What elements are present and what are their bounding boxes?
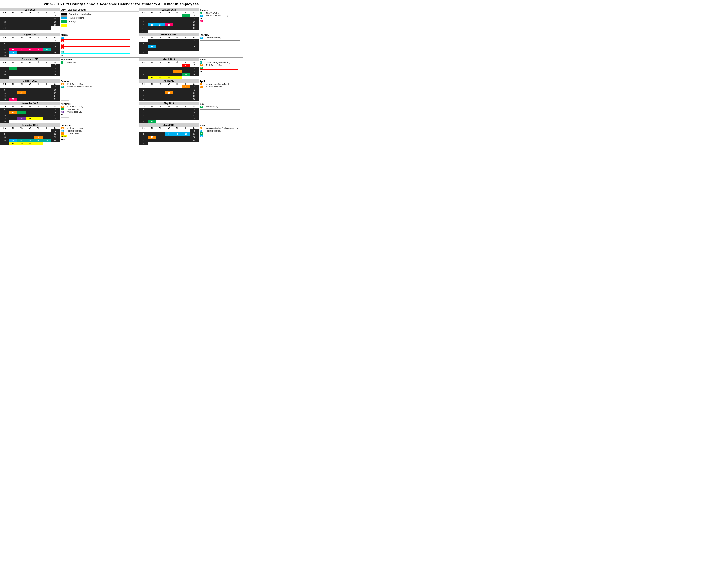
september-event-title: September [61, 58, 138, 61]
august-2015-calendar: August 2015 SuMTuWThFSa 1 28 915 1617181… [0, 33, 60, 58]
march-events: March 4 System Designated Workday 17 Ear… [199, 58, 243, 79]
jun-event-2: Teacher Workday [206, 130, 242, 132]
november-2015-header: November 2015 [0, 102, 60, 105]
legend-july-label: July [61, 9, 66, 11]
november-events: November 10 Early Release Day 11 Veteran… [60, 102, 139, 123]
page-title: 2015-2016 Pitt County Schools Academic C… [0, 0, 243, 8]
june-events: June 8 Last Day of School/Early Release … [199, 123, 243, 145]
march-event-2: Early Release Day [206, 64, 242, 66]
april-events: April 1 Annual Leave/Spring Break 14 Ear… [199, 79, 243, 102]
legend-items: First and last days of school Teacher Wo… [60, 12, 139, 31]
october-2015-header: October 2015 [0, 79, 60, 83]
december-event-title: December [61, 124, 138, 127]
october-event-title: October [61, 80, 138, 83]
may-2016-calendar: May 2016 SuMTuWThFSa 17 814 1521 2228 29… [139, 102, 199, 123]
february-2016-header: February 2016 [139, 33, 199, 36]
september-events: September 7 Labor Day [60, 58, 139, 79]
oct-event-1: Early Release Day [67, 83, 138, 85]
oct-event-2: System Designated Workday [67, 86, 138, 88]
april-2016-calendar: April 2016 SuMTuWThFSa 12 39 101416 1723… [139, 79, 199, 102]
dec-event-1: Early Release Day [67, 127, 138, 129]
june-2016-calendar: June 2016 SuMTuWThFSa 4 5891011 121318 1… [139, 123, 199, 145]
may-events: May 30 Memorial Day [199, 102, 243, 123]
april-2016-header: April 2016 [139, 79, 199, 83]
february-2016-calendar: February 2016 SuMTuWThFSa 6 713 141520 2… [139, 33, 199, 58]
dec-event-3: Annual Leave [67, 132, 138, 135]
february-event-title: February [200, 33, 242, 37]
sep-event-1: Labor Day [67, 61, 138, 64]
october-2015-calendar: October 2015 SuMTuWThFSa 3 410 111317 18… [0, 79, 60, 102]
march-2016-header: March 2016 [139, 58, 199, 61]
september-2015-header: September 2015 [0, 58, 60, 61]
legend-teacher-workdays: Teacher Workdays [69, 17, 84, 19]
october-events: October 13 Early Release Day 26 System D… [60, 79, 139, 102]
march-2016-calendar: March 2016 SuMTuWThFSa 45 612 131719 202… [139, 58, 199, 79]
november-2015-calendar: November 2015 SuMTuWThFSa 17 8101114 152… [0, 102, 60, 123]
legend-title: Calendar Legend [68, 9, 86, 11]
may-event-1: Memorial Day [206, 105, 242, 108]
april-event-title: April [200, 80, 242, 83]
march-event-1: System Designated Workday [206, 61, 242, 64]
march-event-title: March [200, 58, 242, 61]
september-2015-calendar: September 2015 SuMTuWThFSa 5 6712 1319 2… [0, 58, 60, 79]
december-2015-calendar: December 2015 SuMTuWThFSa 5 612 131819 2… [0, 123, 60, 145]
august-event-title: August [61, 33, 138, 37]
december-events: December 18 Early Release Day 21 Teacher… [60, 123, 139, 145]
january-2016-calendar: January 2016 SuMTuWThFSa 12 39 1016 1718… [139, 8, 199, 33]
nov-event-2: Veteran's Day [67, 108, 138, 110]
june-2016-header: June 2016 [139, 123, 199, 127]
jan-event-1: New Year's Day [206, 12, 242, 14]
july-2015-calendar: July 2015 SuMTuWThFSa 4 511 1218 1925 26 [0, 8, 60, 33]
jun-event-1: Last Day of School/Early Release Day [206, 127, 242, 129]
legend-section: July Calendar Legend First and last days… [60, 8, 139, 33]
january-2016-header: January 2016 [139, 8, 199, 11]
feb-event-1: Teacher Workday [206, 37, 242, 39]
january-events: January 1 New Year's Day 18 Martin Luthe… [199, 8, 243, 33]
nov-event-3: Unscheduled Day [67, 111, 138, 113]
apr-event-1: Annual Leave/Spring Break [206, 83, 242, 85]
august-events: August 17 18 19 20 21 [60, 33, 139, 58]
december-2015-header: December 2015 [0, 123, 60, 127]
legend-first-last: First and last days of school [69, 13, 92, 15]
august-2015-header: August 2015 [0, 33, 60, 36]
may-2016-header: May 2016 [139, 102, 199, 105]
june-event-title: June [200, 124, 242, 127]
nov-event-1: Early Release Day [67, 105, 138, 108]
dec-event-2: Teacher Workday [67, 130, 138, 132]
apr-event-2: Early Release Day [206, 86, 242, 88]
legend-holidays: Holidays [69, 21, 76, 23]
january-event-title: January [200, 9, 242, 12]
november-event-title: November [61, 102, 138, 105]
may-event-title: May [200, 102, 242, 105]
february-events: February 15 Teacher Workday [199, 33, 243, 58]
july-2015-header: July 2015 [0, 8, 60, 11]
jan-event-2: Martin Luther King Jr. Day [206, 15, 242, 17]
